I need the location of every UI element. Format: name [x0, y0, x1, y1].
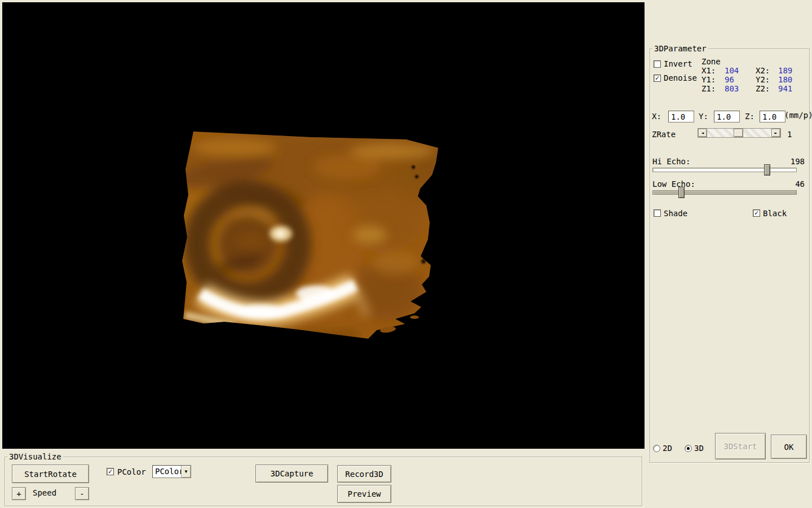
low-echo-value: 46 [795, 180, 805, 189]
zone-x1-label: X1: [701, 66, 725, 75]
pcolor-checkbox[interactable]: ✓ [107, 468, 114, 475]
zone-y1-label: Y1: [701, 75, 725, 84]
zrate-scroll-track[interactable] [707, 129, 771, 137]
denoise-label: Denoise [664, 74, 697, 82]
z-spacing-input[interactable] [760, 111, 785, 122]
zone-x1-value: 104 [725, 66, 756, 75]
speed-label: Speed [33, 489, 56, 497]
y-spacing-input[interactable] [714, 111, 740, 122]
black-checkbox[interactable]: ✓ [753, 209, 760, 217]
low-echo-label: Low Echo: [652, 180, 695, 189]
mode-2d-radio[interactable] [653, 445, 660, 452]
mode-2d-label: 2D [663, 444, 672, 453]
y-spacing-label: Y: [699, 112, 708, 121]
zone-y2-value: 180 [778, 75, 806, 84]
hi-echo-slider-track[interactable] [652, 168, 797, 172]
parameter-group-title: 3DParameter [652, 44, 708, 53]
zone-z1-value: 803 [725, 84, 756, 93]
zrate-value: 1 [787, 130, 792, 139]
render-viewport[interactable] [2, 2, 645, 449]
mode-3d-label: 3D [694, 444, 704, 453]
speed-plus-button[interactable]: + [12, 487, 26, 500]
zone-row-x: X1: 104 X2: 189 [701, 66, 806, 75]
start-rotate-button[interactable]: StartRotate [12, 465, 89, 483]
invert-checkbox[interactable] [654, 60, 661, 68]
ok-button[interactable]: OK [771, 435, 807, 459]
hi-echo-label: Hi Echo: [652, 157, 690, 166]
zone-x2-value: 189 [778, 66, 806, 75]
check-icon: ✓ [655, 75, 659, 81]
check-icon: ✓ [108, 468, 112, 475]
parameter-groupbox: 3DParameter Invert ✓ Denoise Zone X1: 10… [650, 49, 810, 463]
visualize-group-title: 3DVisualize [7, 452, 63, 461]
radio-dot [687, 447, 690, 450]
zone-x2-label: X2: [756, 66, 778, 75]
zone-block: X1: 104 X2: 189 Y1: 96 Y2: 180 Z1: 803 Z… [701, 66, 806, 93]
zrate-scroll-thumb[interactable] [734, 129, 743, 137]
zone-row-y: Y1: 96 Y2: 180 [701, 75, 806, 84]
zrate-scroll-left-icon[interactable]: ◄ [698, 129, 707, 137]
x-spacing-label: X: [652, 112, 661, 121]
pcolor-label: PColor [117, 468, 146, 476]
hi-echo-slider-thumb[interactable] [764, 164, 770, 176]
x-spacing-input[interactable] [668, 111, 694, 122]
denoise-checkbox[interactable]: ✓ [654, 75, 661, 82]
zone-z2-label: Z2: [756, 84, 778, 93]
z-spacing-label: Z: [745, 112, 754, 121]
zone-row-z: Z1: 803 Z2: 941 [701, 84, 806, 93]
zrate-label: ZRate [652, 130, 676, 139]
shade-label: Shade [664, 209, 687, 218]
low-echo-slider-track[interactable] [652, 190, 797, 195]
zrate-scroll-right-icon[interactable]: ► [771, 129, 780, 137]
speed-minus-button[interactable]: - [75, 487, 89, 500]
hi-echo-value: 198 [791, 157, 805, 166]
invert-label: Invert [664, 60, 692, 68]
3dcapture-button[interactable]: 3DCapture [255, 465, 328, 483]
low-echo-slider-thumb[interactable] [678, 187, 685, 198]
preview-button[interactable]: Preview [337, 485, 391, 503]
zone-title: Zone [701, 58, 721, 66]
shade-checkbox[interactable] [654, 209, 661, 217]
zrate-scrollbar: ◄ ► [698, 128, 781, 138]
zone-z1-label: Z1: [701, 84, 725, 93]
pcolor-dropdown[interactable]: PColor ▼ [152, 465, 191, 478]
pcolor-dropdown-value: PColor [153, 466, 181, 478]
zone-y2-label: Y2: [756, 75, 778, 84]
visualize-groupbox: 3DVisualize StartRotate + Speed - ✓ PCol… [5, 457, 642, 506]
zone-y1-value: 96 [725, 75, 756, 84]
record3d-button[interactable]: Record3D [337, 465, 391, 483]
app-window: 3DParameter Invert ✓ Denoise Zone X1: 10… [0, 0, 812, 508]
3dstart-button[interactable]: 3DStart [715, 433, 766, 459]
black-label: Black [763, 209, 787, 218]
zone-z2-value: 941 [778, 84, 806, 93]
chevron-down-icon[interactable]: ▼ [181, 466, 191, 478]
check-icon: ✓ [754, 209, 758, 216]
spacing-unit-label: (mm/p) [784, 111, 812, 120]
mode-3d-radio[interactable] [685, 445, 692, 452]
volume-render [2, 2, 645, 449]
